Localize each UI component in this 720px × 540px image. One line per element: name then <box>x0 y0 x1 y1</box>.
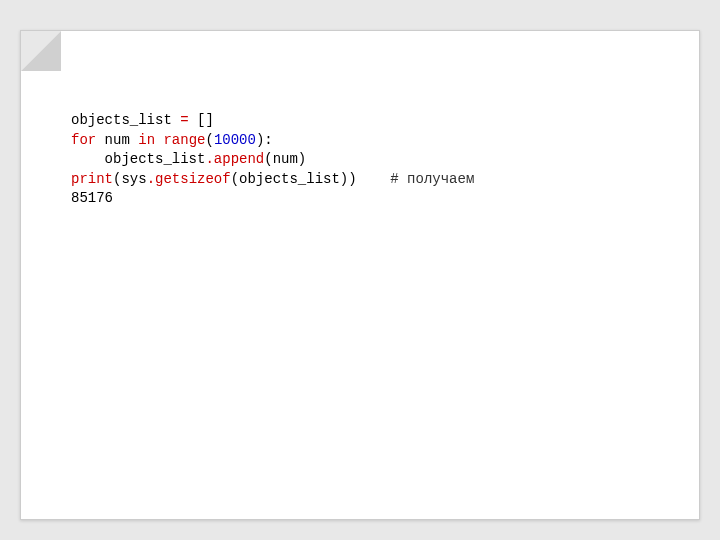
code-text: (objects_list)) <box>231 171 391 187</box>
code-text: (sys <box>113 171 147 187</box>
code-text: 85176 <box>71 190 113 206</box>
code-text: objects_list <box>71 151 205 167</box>
code-keyword: in <box>138 132 155 148</box>
code-keyword: for <box>71 132 96 148</box>
code-comment: # получаем <box>390 171 474 187</box>
code-text: num <box>96 132 138 148</box>
code-line-5: 85176 <box>71 189 649 209</box>
code-function: append <box>214 151 264 167</box>
code-text: ): <box>256 132 273 148</box>
code-line-4: print(sys.getsizeof(objects_list)) # пол… <box>71 170 649 190</box>
code-text: [] <box>189 112 214 128</box>
code-text: objects_list <box>71 112 180 128</box>
code-line-2: for num in range(10000): <box>71 131 649 151</box>
code-block: objects_list = []for num in range(10000)… <box>71 111 649 209</box>
corner-fold <box>21 31 61 71</box>
code-text: . <box>147 171 155 187</box>
code-text: = <box>180 112 188 128</box>
code-text: (num) <box>264 151 306 167</box>
slide-frame: objects_list = []for num in range(10000)… <box>20 30 700 520</box>
code-function: print <box>71 171 113 187</box>
code-line-3: objects_list.append(num) <box>71 150 649 170</box>
code-text: . <box>205 151 213 167</box>
code-text: ( <box>205 132 213 148</box>
code-function: getsizeof <box>155 171 231 187</box>
code-function: range <box>155 132 205 148</box>
code-line-1: objects_list = [] <box>71 111 649 131</box>
code-number: 10000 <box>214 132 256 148</box>
